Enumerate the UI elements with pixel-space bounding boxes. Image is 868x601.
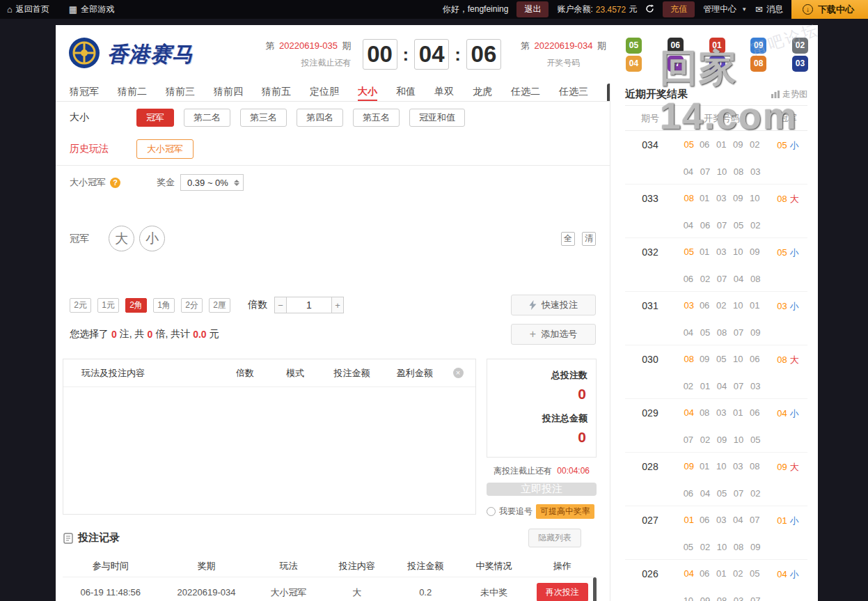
total-amount-label: 投注总金额	[496, 412, 587, 425]
numbers-line1: 0801 03 09 10	[684, 193, 759, 203]
bet-slip-body	[63, 387, 475, 514]
grid-icon: ▦	[69, 5, 77, 14]
position-subtabs: 大小 冠军 第二名 第三名 第四名 第五名 冠亚和值	[56, 102, 610, 135]
topbar-left: ⌂ 返回首页 ▦ 全部游戏	[7, 3, 114, 15]
bet-again-button[interactable]: 再次投注	[537, 583, 588, 601]
quick-bet-button[interactable]: 快速投注	[511, 295, 596, 315]
submit-bet-button[interactable]: 立即投注	[487, 483, 597, 496]
unit-1jiao[interactable]: 1角	[153, 298, 175, 313]
record-row: 06-19 11:48:56 20220619-034 大小冠军 大 0.2 未…	[63, 577, 597, 601]
left-column: 猜冠军 猜前二 猜前三 猜前四 猜前五 定位胆 大小 和值 单双 龙虎 任选二 …	[56, 84, 610, 601]
chase-radio[interactable]	[487, 507, 496, 516]
unit-1yuan[interactable]: 1元	[97, 298, 119, 313]
add-selection-button[interactable]: + 添加选号	[511, 324, 596, 345]
subtab-fourth[interactable]: 第四名	[297, 109, 343, 127]
record-play: 大小冠军	[254, 586, 322, 599]
clear-button[interactable]: 清	[582, 232, 596, 246]
total-bets-value: 0	[496, 386, 586, 403]
option-small-button[interactable]: 小	[139, 226, 165, 251]
subtab-fifth[interactable]: 第五名	[353, 109, 400, 127]
nav-tab-2[interactable]: 猜前三	[166, 84, 195, 101]
records-header: 投注记录 隐藏列表	[63, 529, 597, 547]
numbers-rest: 08 03 01 06	[700, 407, 760, 418]
numbers-line2: 04 05 08 07 09	[675, 327, 768, 338]
recharge-button[interactable]: 充值	[663, 1, 695, 17]
unit-2li[interactable]: 2厘	[209, 298, 230, 313]
bonus-select[interactable]: 0.39 ~ 0%	[180, 174, 244, 191]
record-time: 06-19 11:48:56	[63, 587, 159, 598]
hide-list-button[interactable]: 隐藏列表	[528, 529, 581, 547]
logout-button[interactable]: 退出	[516, 1, 549, 17]
stepper-minus-button[interactable]: −	[274, 297, 287, 313]
nav-tab-11[interactable]: 任选三	[559, 84, 588, 101]
messages-link[interactable]: ✉ 消息	[755, 3, 783, 15]
selected-total-amount: 0.0	[193, 329, 206, 340]
nav-tab-9[interactable]: 龙虎	[473, 84, 492, 101]
subtabs-label: 大小	[70, 111, 127, 124]
numbers-line2: 02 01 04 07 03	[675, 381, 768, 391]
records-scrollbar[interactable]	[593, 577, 597, 601]
champion-number: 09	[684, 461, 693, 471]
lottery-ball: 09	[750, 38, 766, 54]
nav-tab-5[interactable]: 定位胆	[310, 84, 339, 101]
nav-tab-daxiao[interactable]: 大小	[358, 84, 377, 101]
subtab-second[interactable]: 第二名	[184, 109, 230, 127]
numbers-line1: 0809 05 10 06	[684, 354, 759, 364]
result-row: 028 0901 10 03 08 06 04 05 07 02 09大	[625, 453, 807, 506]
bet-slip-table: 玩法及投注内容 倍数 模式 投注金额 盈利金额 ×	[63, 359, 476, 515]
select-all-button[interactable]: 全	[561, 232, 575, 246]
body-row: 猜冠军 猜前二 猜前三 猜前四 猜前五 定位胆 大小 和值 单双 龙虎 任选二 …	[56, 84, 818, 601]
result-champion: 05小	[768, 139, 807, 152]
nav-tab-1[interactable]: 猜前二	[118, 84, 147, 101]
numbers-line1: 0106 03 04 07	[684, 515, 759, 525]
option-select-row: 冠军 大 小 全 清	[56, 226, 610, 251]
bet-records-section: 投注记录 隐藏列表 参与时间 奖期 玩法 投注内容 投注金额 中奖情况 操作 0…	[63, 529, 597, 601]
champion-value: 08	[777, 194, 787, 204]
col-mode: 模式	[270, 367, 320, 380]
chevron-down-icon: ▼	[741, 6, 747, 13]
clear-slip-icon[interactable]: ×	[453, 368, 464, 378]
history-play-link[interactable]: 历史玩法	[70, 143, 127, 155]
download-icon: ↓	[803, 4, 813, 15]
option-big-button[interactable]: 大	[109, 226, 134, 251]
nav-tab-0[interactable]: 猜冠军	[70, 84, 99, 101]
unit-2fen[interactable]: 2分	[181, 298, 203, 313]
nav-tab-10[interactable]: 任选二	[511, 84, 540, 101]
nav-tab-8[interactable]: 单双	[434, 84, 454, 101]
row-label: 冠军	[70, 233, 109, 245]
col-content: 投注内容	[323, 560, 391, 572]
champion-size: 小	[790, 140, 799, 150]
champion-number: 08	[684, 193, 693, 203]
subtab-third[interactable]: 第三名	[240, 109, 287, 127]
lottery-ball: 06	[668, 38, 684, 54]
champion-number: 04	[684, 407, 693, 418]
numbers-rest: 06 01 09 02	[700, 139, 760, 150]
admin-center-menu[interactable]: 管理中心 ▼	[703, 3, 747, 15]
subtab-sum[interactable]: 冠亚和值	[409, 109, 465, 127]
trend-chart-link[interactable]: 走势图	[771, 88, 807, 100]
subtab-champion[interactable]: 冠军	[136, 109, 174, 127]
chart-icon	[771, 91, 780, 98]
sidebar-header: 近期开奖结果 走势图	[625, 84, 807, 106]
lottery-ball: 04	[626, 56, 642, 72]
refresh-balance-icon[interactable]	[645, 4, 654, 15]
nav-tab-4[interactable]: 猜前五	[262, 84, 291, 101]
home-label: 返回首页	[16, 3, 49, 15]
help-icon[interactable]: ?	[110, 178, 120, 188]
summary-text-1: 您选择了	[70, 328, 109, 341]
home-link[interactable]: ⌂ 返回首页	[7, 3, 49, 15]
col-multiplier: 倍数	[220, 367, 270, 380]
unit-2jiao[interactable]: 2角	[125, 298, 147, 313]
last-issue-number: 20220619-034	[535, 40, 593, 51]
download-center-button[interactable]: ↓ 下载中心	[791, 0, 868, 19]
nav-tab-3[interactable]: 猜前四	[214, 84, 243, 101]
stepper-plus-button[interactable]: +	[331, 297, 344, 313]
all-games-link[interactable]: ▦ 全部游戏	[69, 3, 114, 15]
nav-tab-7[interactable]: 和值	[396, 84, 416, 101]
unit-2yuan[interactable]: 2元	[70, 298, 91, 313]
ball-row: 04 07 10 08 03	[626, 56, 808, 72]
multiplier-input[interactable]	[286, 297, 332, 313]
brand-logo-icon	[68, 37, 100, 72]
current-play-tab[interactable]: 大小冠军	[136, 139, 194, 159]
numbers-line2: 06 02 07 04 08	[675, 274, 768, 284]
